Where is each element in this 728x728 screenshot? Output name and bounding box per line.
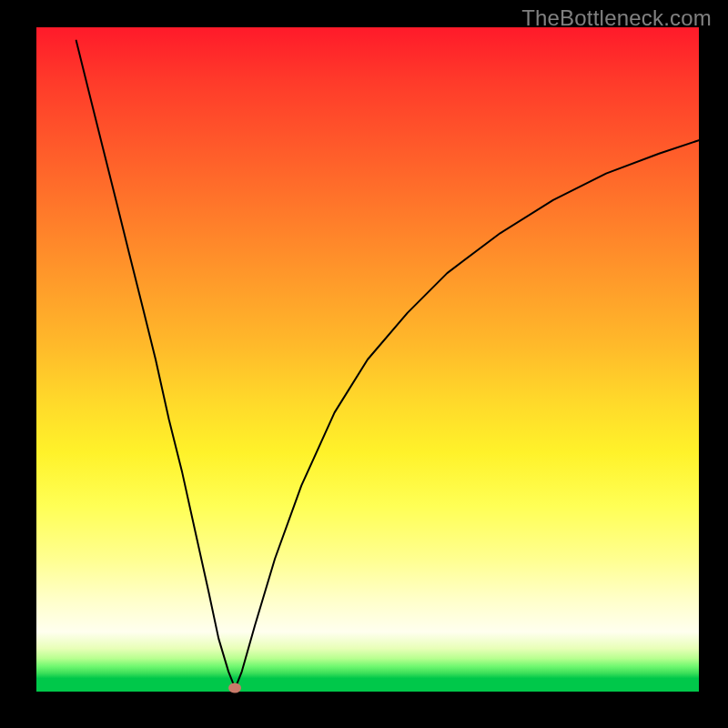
- bottleneck-curve: [36, 27, 699, 692]
- minimum-marker: [228, 683, 241, 693]
- chart-frame: TheBottleneck.com: [0, 0, 728, 728]
- plot-area: [36, 27, 699, 692]
